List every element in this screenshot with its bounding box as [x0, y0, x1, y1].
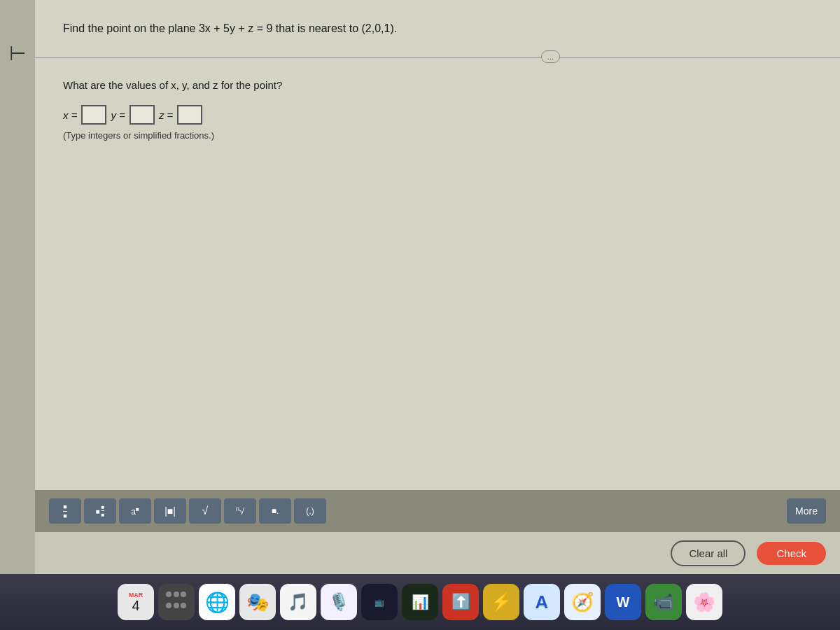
- nth-root-button[interactable]: n√: [224, 498, 256, 524]
- fraction-icon: ■ ■: [63, 503, 66, 519]
- mixed-number-icon: ■ ■ ■: [96, 504, 105, 518]
- fraction-button[interactable]: ■ ■: [49, 498, 81, 524]
- hint-text: (Type integers or simplified fractions.): [63, 130, 812, 141]
- x-input[interactable]: [81, 105, 106, 125]
- sqrt-icon: √: [202, 505, 209, 517]
- dock-slash-app[interactable]: ⚡: [483, 584, 519, 620]
- more-dots[interactable]: ...: [541, 50, 560, 63]
- dock-word[interactable]: W: [605, 584, 641, 620]
- decimal-button[interactable]: ■.: [259, 498, 291, 524]
- back-arrow-icon[interactable]: ⊢: [9, 42, 26, 65]
- absolute-value-button[interactable]: |■|: [154, 498, 186, 524]
- dock-stocks[interactable]: 📊: [402, 584, 438, 620]
- left-sidebar: ⊢: [0, 0, 35, 630]
- macos-dock: MAR 4 🌐 🎭 🎵 🎙️ 📺 📊 ⬆️: [0, 574, 840, 630]
- dock-photos[interactable]: 🌸: [686, 584, 722, 620]
- parentheses-button[interactable]: (,): [294, 498, 326, 524]
- dock-calendar-day: 4: [132, 598, 139, 612]
- dock-safari[interactable]: 🧭: [564, 584, 601, 620]
- parentheses-icon: (,): [306, 506, 314, 516]
- decimal-icon: ■.: [272, 506, 279, 516]
- action-row: Clear all Check: [35, 532, 840, 574]
- safari-icon: 🧭: [571, 592, 594, 613]
- dock-facetime[interactable]: 📹: [645, 584, 682, 620]
- dock-chrome[interactable]: 🌐: [199, 584, 235, 620]
- z-label: z =: [159, 109, 173, 121]
- chrome-icon: 🌐: [205, 591, 230, 614]
- y-input[interactable]: [130, 105, 155, 125]
- section-divider: ...: [35, 57, 840, 58]
- math-toolbar: ■ ■ ■ ■ ■ a■ |■| √ n√ ■. (,) More: [35, 490, 840, 532]
- more-button[interactable]: More: [787, 498, 826, 524]
- superscript-icon: a■: [131, 506, 139, 517]
- dock-transfer[interactable]: ⬆️: [442, 584, 479, 620]
- dock-music[interactable]: 🎵: [280, 584, 316, 620]
- podcast-icon: 🎙️: [328, 592, 349, 612]
- dock-podcast[interactable]: 🎙️: [321, 584, 357, 620]
- font-icon: A: [536, 592, 549, 613]
- check-button[interactable]: Check: [757, 542, 826, 565]
- word-icon: W: [617, 594, 630, 610]
- transfer-icon: ⬆️: [451, 593, 470, 611]
- finder-icon: 🎭: [246, 592, 269, 613]
- dock-finder[interactable]: 🎭: [239, 584, 276, 620]
- dock-apple-tv[interactable]: 📺: [361, 584, 398, 620]
- slash-icon: ⚡: [491, 592, 512, 612]
- dock-launchpad[interactable]: [158, 584, 195, 620]
- sqrt-button[interactable]: √: [189, 498, 221, 524]
- launchpad-icon: [166, 592, 187, 612]
- nth-root-icon: n√: [236, 505, 244, 517]
- clear-all-button[interactable]: Clear all: [671, 540, 746, 566]
- stocks-icon: 📊: [412, 594, 429, 610]
- dock-font-app[interactable]: A: [524, 584, 560, 620]
- dock-calendar[interactable]: MAR 4: [118, 584, 154, 620]
- sub-question: What are the values of x, y, and z for t…: [63, 79, 812, 91]
- answer-input-row: x = y = z =: [63, 105, 812, 125]
- facetime-icon: 📹: [653, 592, 674, 612]
- music-icon: 🎵: [288, 592, 309, 612]
- superscript-button[interactable]: a■: [119, 498, 151, 524]
- question-title: Find the point on the plane 3x + 5y + z …: [63, 21, 812, 36]
- x-label: x =: [63, 109, 77, 121]
- photos-icon: 🌸: [693, 592, 715, 613]
- absolute-value-icon: |■|: [164, 505, 176, 517]
- mixed-number-button[interactable]: ■ ■ ■: [84, 498, 116, 524]
- z-input[interactable]: [177, 105, 202, 125]
- apple-tv-icon: 📺: [374, 598, 384, 607]
- y-label: y =: [111, 109, 125, 121]
